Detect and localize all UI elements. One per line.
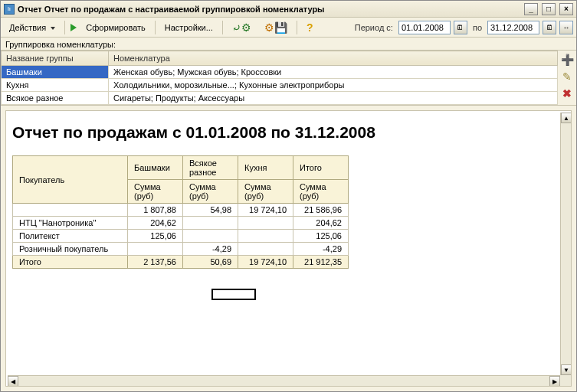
total-cell[interactable]: 21 912,35 <box>293 256 349 269</box>
report-window: lı Отчет Отчет по продажам с настраиваем… <box>0 0 577 392</box>
grouping-col-nomen[interactable]: Номенклатура <box>109 51 558 66</box>
help-button[interactable]: ? <box>301 18 319 37</box>
grouping-table[interactable]: Название группы Номенклатура Башмаки Жен… <box>1 51 558 105</box>
col-header: Итого <box>293 156 349 180</box>
date-to-input[interactable] <box>487 21 539 34</box>
titlebar: lı Отчет Отчет по продажам с настраиваем… <box>1 1 576 18</box>
period-from-label: Период с: <box>352 21 395 34</box>
value-cell[interactable] <box>238 243 293 256</box>
date-from-input[interactable] <box>398 21 451 34</box>
col-header: Башмаки <box>128 156 183 180</box>
value-cell[interactable] <box>238 217 293 230</box>
form-button[interactable]: Сформировать <box>80 20 151 35</box>
sum-header: Сумма (руб) <box>293 180 349 204</box>
period-select-button[interactable]: ↔ <box>559 21 573 34</box>
grouping-col-name[interactable]: Название группы <box>2 51 109 66</box>
table-row[interactable]: Розничный покупатель -4,29 -4,29 <box>13 243 349 256</box>
cell-cursor <box>211 289 256 300</box>
edit-group-button[interactable]: ✎ <box>561 70 573 83</box>
value-cell[interactable] <box>183 217 238 230</box>
sum-header: Сумма (руб) <box>128 180 183 204</box>
save-settings-button[interactable]: ⚙💾 <box>259 18 293 37</box>
table-row[interactable]: Политекст 125,06 125,06 <box>13 230 349 243</box>
grouping-row[interactable]: Всякое разное Сигареты; Продукты; Аксесс… <box>2 92 558 105</box>
value-cell[interactable]: 19 724,10 <box>238 204 293 217</box>
app-icon: lı <box>4 4 15 15</box>
value-cell[interactable]: -4,29 <box>293 243 349 256</box>
group-items-cell[interactable]: Женская обувь; Мужская обувь; Кроссовки <box>109 66 558 79</box>
separator <box>222 21 223 34</box>
buyer-cell[interactable]: Розничный покупатель <box>13 243 128 256</box>
value-cell[interactable]: 21 586,96 <box>293 204 349 217</box>
delete-group-button[interactable]: ✖ <box>561 87 573 100</box>
buyer-cell[interactable]: Политекст <box>13 230 128 243</box>
scroll-left-button[interactable]: ◀ <box>8 376 18 387</box>
separator <box>64 21 65 34</box>
value-cell[interactable]: 204,62 <box>128 217 183 230</box>
horizontal-scrollbar[interactable]: ◀ ▶ <box>8 375 560 386</box>
toolbar: Действия Сформировать Настройки... ⤾⚙ ⚙💾… <box>1 18 576 38</box>
actions-label: Действия <box>9 23 46 32</box>
separator <box>297 21 297 34</box>
scroll-corner <box>560 375 571 386</box>
grouping-row[interactable]: Башмаки Женская обувь; Мужская обувь; Кр… <box>2 66 558 79</box>
scroll-right-button[interactable]: ▶ <box>549 376 560 387</box>
date-to-picker-button[interactable]: 🗓 <box>543 21 556 34</box>
total-label-cell[interactable]: Итого <box>13 256 128 269</box>
grouping-row[interactable]: Кухня Холодильники, морозильные...; Кухо… <box>2 79 558 92</box>
scroll-up-button[interactable]: ▲ <box>561 113 572 123</box>
report-table: Покупатель Башмаки Всякое разное Кухня И… <box>12 155 349 269</box>
scroll-down-button[interactable]: ▼ <box>561 364 572 375</box>
group-name-cell[interactable]: Башмаки <box>2 66 109 79</box>
buyer-cell[interactable]: НТЦ "Нанотроника" <box>13 217 128 230</box>
value-cell[interactable] <box>183 230 238 243</box>
group-items-cell[interactable]: Холодильники, морозильные...; Кухонные э… <box>109 79 558 92</box>
sum-header: Сумма (руб) <box>183 180 238 204</box>
value-cell[interactable]: 125,06 <box>293 230 349 243</box>
buyer-cell[interactable] <box>13 204 128 217</box>
value-cell[interactable]: 1 807,88 <box>128 204 183 217</box>
grouping-caption: Группировка номенклатуры: <box>1 38 576 50</box>
total-cell[interactable]: 19 724,10 <box>238 256 293 269</box>
value-cell[interactable]: 204,62 <box>293 217 349 230</box>
maximize-button[interactable]: □ <box>542 3 556 15</box>
group-name-cell[interactable]: Всякое разное <box>2 92 109 105</box>
value-cell[interactable]: 54,98 <box>183 204 238 217</box>
chevron-down-icon <box>51 27 55 30</box>
report-title: Отчет по продажам с 01.01.2008 по 31.12.… <box>12 123 556 142</box>
report-area: Отчет по продажам с 01.01.2008 по 31.12.… <box>5 110 572 387</box>
report-spreadsheet[interactable]: Отчет по продажам с 01.01.2008 по 31.12.… <box>8 113 560 375</box>
group-name-cell[interactable]: Кухня <box>2 79 109 92</box>
add-group-button[interactable]: ➕ <box>561 54 573 66</box>
minimize-button[interactable]: _ <box>524 3 538 15</box>
table-row[interactable]: НТЦ "Нанотроника" 204,62 204,62 <box>13 217 349 230</box>
col-header: Кухня <box>238 156 293 180</box>
total-row[interactable]: Итого 2 137,56 50,69 19 724,10 21 912,35 <box>13 256 349 269</box>
restore-settings-button[interactable]: ⤾⚙ <box>227 18 257 37</box>
date-from-picker-button[interactable]: 🗓 <box>454 21 467 34</box>
settings-button[interactable]: Настройки... <box>159 20 218 35</box>
period-to-label: по <box>470 21 484 34</box>
close-button[interactable]: × <box>559 3 573 15</box>
value-cell[interactable]: 125,06 <box>128 230 183 243</box>
vertical-scrollbar[interactable]: ▲ ▼ <box>560 113 571 375</box>
window-title: Отчет Отчет по продажам с настраиваемой … <box>18 5 520 14</box>
total-cell[interactable]: 2 137,56 <box>128 256 183 269</box>
actions-menu[interactable]: Действия <box>4 20 61 35</box>
value-cell[interactable] <box>128 243 183 256</box>
sum-header: Сумма (руб) <box>238 180 293 204</box>
col-header: Всякое разное <box>183 156 238 180</box>
total-cell[interactable]: 50,69 <box>183 256 238 269</box>
separator <box>155 21 156 34</box>
value-cell[interactable] <box>238 230 293 243</box>
buyer-header: Покупатель <box>13 156 128 204</box>
value-cell[interactable]: -4,29 <box>183 243 238 256</box>
group-items-cell[interactable]: Сигареты; Продукты; Аксессуары <box>109 92 558 105</box>
grouping-side-buttons: ➕ ✎ ✖ <box>558 51 576 105</box>
table-row[interactable]: 1 807,88 54,98 19 724,10 21 586,96 <box>13 204 349 217</box>
run-icon[interactable] <box>70 24 77 31</box>
grouping-panel: Название группы Номенклатура Башмаки Жен… <box>1 50 576 106</box>
